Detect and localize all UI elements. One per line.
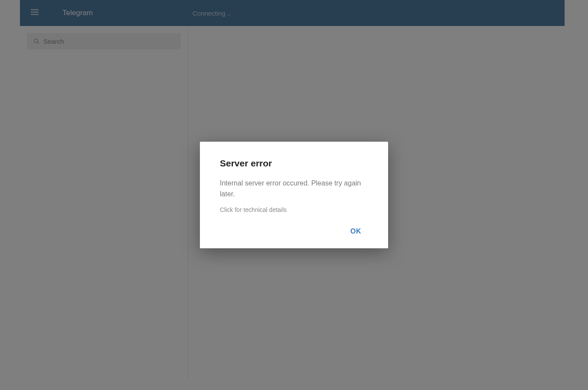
technical-details-link[interactable]: Click for technical details [220, 206, 287, 213]
dialog-title: Server error [220, 158, 368, 169]
modal-overlay[interactable]: Server error Internal server error occur… [0, 0, 588, 390]
dialog-message: Internal server error occured. Please tr… [220, 178, 368, 200]
ok-button[interactable]: OK [343, 223, 368, 240]
dialog-actions: OK [220, 223, 368, 240]
error-dialog: Server error Internal server error occur… [200, 142, 388, 248]
